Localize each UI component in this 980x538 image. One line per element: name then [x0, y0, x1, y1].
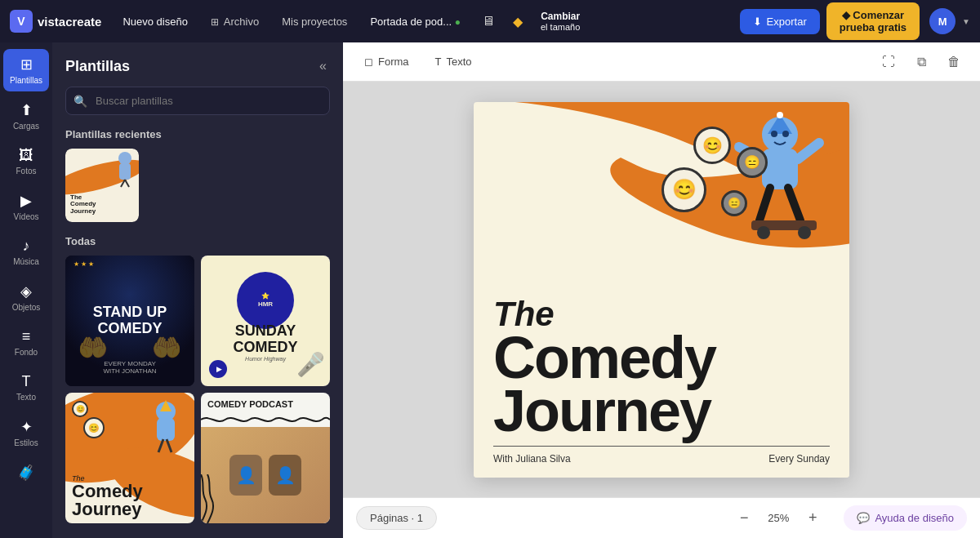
template-card-sunday[interactable]: ⭐HMR SUNDAYCOMEDY Humor Highway 🎤 ▶: [201, 256, 330, 386]
canvas-toolbar: ◻ Forma T Texto ⛶ ⧉ 🗑: [343, 42, 980, 82]
journey2-skater-icon: [137, 397, 190, 470]
podcast-header: Comedy Podcast: [201, 393, 330, 416]
nav-archivo[interactable]: ⊞ Archivo: [203, 11, 267, 33]
smiley1-icon: 😊: [72, 401, 88, 417]
smiley2-icon: 😊: [83, 417, 105, 438]
svg-rect-14: [762, 149, 798, 189]
svg-rect-1: [119, 163, 131, 180]
sidebar-item-videos[interactable]: ▶ Vídeos: [3, 185, 49, 228]
design-every-label: Every Sunday: [768, 453, 830, 465]
templates-icon: ⊞: [20, 56, 33, 73]
template-grid: STAND UPCOMEDY 🤲 🤲 EVERY MONDAYWITH JONA…: [65, 256, 330, 523]
recent-template-journey-mini: TheComedyJourney: [65, 149, 139, 222]
mini-template-text: TheComedyJourney: [70, 194, 96, 216]
sidebar-item-texto[interactable]: T Texto: [3, 367, 49, 408]
svg-line-16: [798, 143, 819, 159]
cambiar-tamano-btn[interactable]: Cambiar el tamaño: [534, 7, 586, 35]
smiley-face-1: 😊: [693, 127, 731, 164]
search-icon: 🔍: [74, 95, 87, 108]
app-layout: ⊞ Plantillas ⬆ Cargas 🖼 Fotos ▶ Vídeos ♪…: [0, 42, 980, 538]
text-tool-icon: T: [435, 56, 442, 68]
svg-line-2: [121, 180, 125, 187]
all-section-title: Todas: [65, 235, 330, 247]
start-trial-button[interactable]: ◆ Comenzar prueba gratis: [826, 2, 920, 40]
objects-icon: ◈: [20, 282, 32, 300]
svg-point-22: [771, 131, 777, 137]
sunday-circle: ⭐HMR: [237, 272, 294, 329]
chevron-down-icon[interactable]: ▼: [962, 17, 970, 26]
sunday-circle-text: ⭐HMR: [258, 292, 273, 308]
user-avatar[interactable]: M: [929, 8, 956, 34]
shape-icon: ◻: [364, 56, 373, 68]
sunday-text-block: SUNDAYCOMEDY Humor Highway: [201, 323, 330, 362]
pages-pill[interactable]: Páginas · 1: [356, 506, 437, 530]
design-with-label: With Juliana Silva: [493, 453, 571, 465]
skater-character-icon: [715, 106, 837, 261]
sidebar-item-plantillas[interactable]: ⊞ Plantillas: [3, 49, 49, 91]
sidebar-item-cargas[interactable]: ⬆ Cargas: [3, 95, 49, 137]
template-card-standup[interactable]: STAND UPCOMEDY 🤲 🤲 EVERY MONDAYWITH JONA…: [65, 256, 194, 386]
panel-title: Plantillas: [65, 58, 130, 75]
svg-line-3: [125, 180, 129, 187]
toolbar-right-icons: ⛶ ⧉ 🗑: [875, 49, 967, 75]
texto-tool[interactable]: T Texto: [427, 51, 480, 73]
collapse-panel-button[interactable]: «: [316, 56, 330, 77]
background-icon: ≡: [22, 328, 31, 345]
sidebar-item-kit[interactable]: 🧳: [3, 457, 49, 491]
journey2-text: The ComedyJourney: [72, 474, 143, 518]
help-icon: 💬: [857, 512, 870, 524]
fullscreen-icon[interactable]: ⛶: [875, 49, 902, 75]
nav-mis-proyectos[interactable]: Mis proyectos: [274, 11, 355, 33]
design-text-block: The Comedy Journey With Juliana Silva Ev…: [474, 281, 849, 478]
play-triangle: ▶: [216, 365, 222, 373]
text-icon: T: [22, 373, 31, 390]
wavy-line-icon: [201, 414, 330, 425]
svg-line-18: [788, 188, 800, 220]
panel-scroll-area: Plantillas recientes TheComedyJourney: [52, 128, 343, 538]
sidebar-item-objetos[interactable]: ◈ Objetos: [3, 276, 49, 318]
top-navigation: V vistacreate Nuevo diseño ⊞ Archivo Mis…: [0, 0, 980, 42]
upload-icon: ⬆: [20, 101, 33, 119]
hands-right-icon: 🤲: [152, 333, 182, 362]
logo[interactable]: V vistacreate: [10, 10, 101, 33]
svg-line-8: [158, 439, 163, 452]
panel-header: Plantillas «: [52, 42, 343, 87]
music-icon: ♪: [23, 238, 30, 255]
diamond-icon-btn: ◆: [842, 9, 850, 21]
monitor-icon[interactable]: 🖥: [475, 9, 501, 33]
nav-nuevo-diseno[interactable]: Nuevo diseño: [114, 11, 196, 33]
sidebar-item-estilos[interactable]: ✦ Estilos: [3, 411, 49, 454]
kit-icon: 🧳: [17, 464, 35, 482]
download-icon: ⬇: [753, 16, 762, 28]
video-icon: ▶: [20, 192, 32, 210]
forma-tool[interactable]: ◻ Forma: [356, 51, 417, 73]
recent-template-item[interactable]: TheComedyJourney: [65, 149, 139, 222]
template-card-comedy-journey2[interactable]: 😊 😊 The ComedyJourney: [65, 393, 194, 523]
comedy-podcast-title: Comedy Podcast: [207, 399, 323, 409]
canvas-wrapper: 😊 😊 😑 😑: [343, 82, 980, 497]
sidebar-item-musica[interactable]: ♪ Música: [3, 231, 49, 273]
delete-icon[interactable]: 🗑: [941, 49, 967, 75]
nav-portada[interactable]: Portada de pod... ●: [362, 11, 469, 33]
recent-section-title: Plantillas recientes: [65, 128, 330, 140]
search-input[interactable]: [65, 87, 330, 115]
sidebar-item-fondo[interactable]: ≡ Fondo: [3, 322, 49, 363]
sidebar-item-fotos[interactable]: 🖼 Fotos: [3, 140, 49, 182]
help-button[interactable]: 💬 Ayuda de diseño: [844, 505, 967, 531]
svg-line-17: [760, 188, 770, 220]
canvas-bottom-bar: Páginas · 1 − 25% + 💬 Ayuda de diseño: [343, 497, 980, 538]
diamond-icon: ◆: [508, 14, 528, 29]
design-journey-label: Journey: [493, 385, 830, 438]
svg-line-9: [167, 439, 172, 452]
mini-skater-icon: [105, 150, 137, 191]
hands-icon: 🤲: [78, 333, 108, 362]
svg-point-13: [777, 112, 783, 118]
person2-icon: 👤: [269, 455, 301, 496]
duplicate-icon[interactable]: ⧉: [908, 49, 934, 75]
zoom-out-button[interactable]: −: [733, 507, 755, 530]
standup-sub-text: EVERY MONDAYWITH JONATHAN: [65, 360, 194, 375]
template-card-comedy-podcast[interactable]: Comedy Podcast 👤 👤: [201, 393, 330, 523]
export-button[interactable]: ⬇ Exportar: [740, 9, 820, 34]
zoom-in-button[interactable]: +: [801, 507, 824, 530]
smiley-face-2: 😊: [662, 167, 706, 212]
